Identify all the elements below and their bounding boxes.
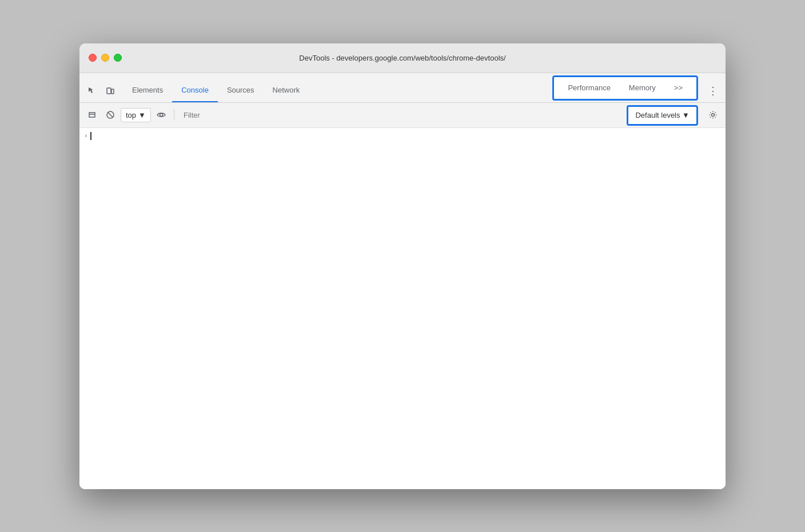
devtools-window: DevTools - developers.google.com/web/too… — [79, 43, 726, 489]
tab-console[interactable]: Console — [172, 79, 218, 102]
console-cursor — [90, 132, 91, 140]
minimize-button[interactable] — [101, 54, 109, 62]
devtools-panel: Elements Console Sources Network Perform… — [79, 73, 726, 489]
tab-more[interactable]: >> — [665, 79, 692, 97]
more-options-button[interactable]: ⋮ — [705, 83, 721, 99]
title-bar: DevTools - developers.google.com/web/too… — [79, 43, 726, 73]
eye-icon-button[interactable] — [153, 107, 169, 123]
tab-elements[interactable]: Elements — [123, 79, 172, 102]
context-value: top — [126, 111, 136, 119]
tab-sources[interactable]: Sources — [218, 79, 264, 102]
svg-rect-0 — [107, 88, 111, 94]
console-content[interactable]: › — [79, 128, 726, 489]
default-levels-button[interactable]: Default levels ▼ — [627, 105, 698, 126]
svg-point-6 — [160, 114, 162, 117]
traffic-lights — [79, 54, 122, 62]
tab-bar: Elements Console Sources Network Perform… — [79, 73, 726, 103]
svg-rect-1 — [111, 89, 114, 94]
filter-input[interactable] — [179, 109, 284, 122]
window-title: DevTools - developers.google.com/web/too… — [299, 54, 505, 62]
console-prompt-arrow: › — [84, 133, 88, 139]
close-button[interactable] — [89, 54, 97, 62]
settings-button[interactable] — [705, 107, 721, 123]
console-toolbar-right — [705, 107, 721, 123]
console-toolbar: top ▼ Default levels ▼ — [79, 103, 726, 128]
dropdown-arrow-icon: ▼ — [138, 111, 146, 119]
tab-memory[interactable]: Memory — [620, 79, 665, 97]
clear-console-button[interactable] — [102, 107, 118, 123]
tab-bar-right: ⋮ — [705, 83, 721, 102]
tab-bar-icons — [84, 83, 118, 102]
svg-marker-2 — [89, 113, 95, 117]
inspect-element-button[interactable] — [84, 83, 100, 99]
separator — [174, 109, 174, 121]
highlighted-tabs-area: Performance Memory >> — [552, 75, 698, 101]
context-selector[interactable]: top ▼ — [121, 108, 151, 122]
svg-line-5 — [108, 113, 113, 118]
show-console-button[interactable] — [84, 107, 100, 123]
svg-point-7 — [712, 114, 715, 117]
maximize-button[interactable] — [114, 54, 122, 62]
default-levels-label: Default levels ▼ — [635, 111, 690, 119]
tab-network[interactable]: Network — [264, 79, 309, 102]
console-prompt-line: › — [79, 130, 726, 142]
device-toolbar-button[interactable] — [102, 83, 118, 99]
tab-performance[interactable]: Performance — [559, 79, 619, 97]
console-toolbar-left: top ▼ — [84, 107, 284, 123]
highlight-tabs-group: Performance Memory >> — [559, 79, 692, 97]
